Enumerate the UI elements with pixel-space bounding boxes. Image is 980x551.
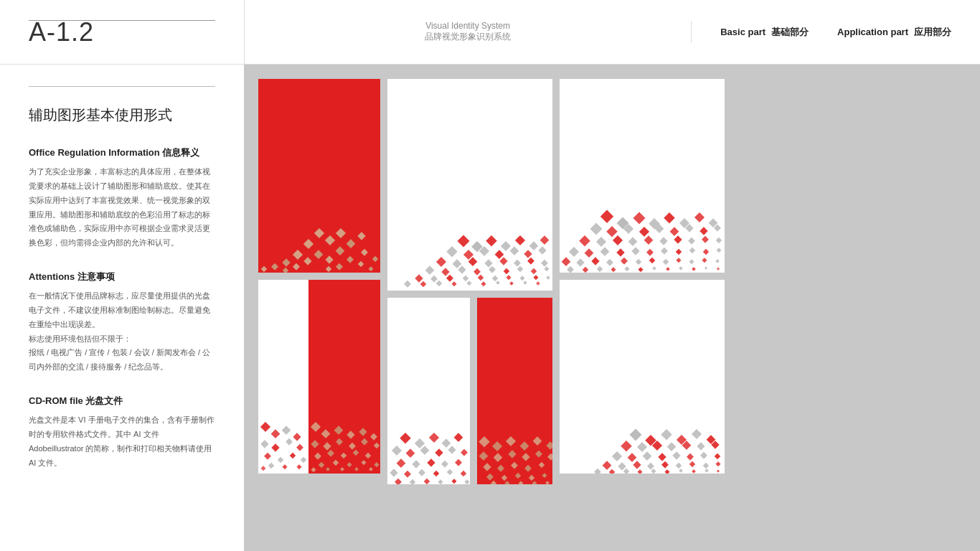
svg-rect-162 bbox=[486, 474, 494, 481]
svg-rect-31 bbox=[264, 453, 271, 460]
svg-rect-187 bbox=[699, 227, 707, 235]
svg-rect-99 bbox=[446, 275, 453, 282]
svg-rect-68 bbox=[486, 235, 497, 247]
svg-rect-194 bbox=[659, 237, 667, 245]
svg-rect-48 bbox=[349, 443, 356, 450]
svg-rect-230 bbox=[679, 266, 683, 270]
svg-rect-250 bbox=[658, 453, 666, 461]
svg-rect-115 bbox=[523, 281, 527, 285]
svg-rect-25 bbox=[282, 425, 291, 435]
block-cdrom-body: 光盘文件是本 VI 手册电子文件的集合，含有手册制作时的专用软件格式文件。其中 … bbox=[29, 413, 215, 470]
left-panel: 辅助图形基本使用形式 Office Regulation Information… bbox=[0, 65, 244, 551]
svg-rect-128 bbox=[397, 458, 406, 468]
svg-rect-196 bbox=[688, 237, 695, 245]
svg-rect-255 bbox=[603, 461, 612, 470]
pattern-red-right bbox=[308, 280, 380, 474]
svg-rect-57 bbox=[333, 460, 339, 466]
svg-rect-260 bbox=[676, 463, 682, 468]
svg-rect-271 bbox=[692, 469, 696, 474]
svg-rect-79 bbox=[538, 246, 546, 254]
card-white-tall bbox=[387, 79, 552, 291]
svg-rect-46 bbox=[323, 442, 331, 450]
svg-rect-34 bbox=[301, 457, 306, 463]
svg-rect-0 bbox=[314, 228, 324, 238]
svg-rect-7 bbox=[325, 255, 333, 263]
pattern-white-tall bbox=[387, 79, 552, 291]
svg-rect-137 bbox=[447, 469, 453, 475]
svg-rect-229 bbox=[666, 267, 670, 271]
app-part-en: Application part bbox=[837, 27, 908, 37]
svg-rect-112 bbox=[481, 281, 486, 286]
svg-rect-123 bbox=[406, 448, 415, 458]
svg-rect-142 bbox=[438, 479, 443, 484]
svg-rect-102 bbox=[492, 276, 498, 281]
basic-part-zh: 基础部分 bbox=[771, 26, 809, 39]
svg-rect-172 bbox=[600, 210, 613, 223]
svg-rect-240 bbox=[621, 441, 632, 452]
svg-rect-22 bbox=[368, 266, 373, 271]
svg-rect-32 bbox=[278, 457, 283, 463]
svg-rect-49 bbox=[361, 438, 368, 446]
svg-rect-153 bbox=[508, 450, 516, 458]
svg-rect-2 bbox=[303, 239, 314, 249]
svg-rect-241 bbox=[637, 442, 647, 452]
svg-rect-121 bbox=[454, 433, 463, 442]
svg-rect-97 bbox=[415, 274, 423, 282]
nav-basic-part[interactable]: Basic part 基础部分 bbox=[720, 26, 809, 39]
svg-rect-181 bbox=[606, 226, 618, 237]
svg-rect-14 bbox=[271, 263, 278, 270]
svg-rect-183 bbox=[639, 227, 649, 237]
svg-rect-209 bbox=[716, 248, 721, 253]
svg-rect-44 bbox=[370, 433, 377, 441]
svg-rect-212 bbox=[591, 257, 599, 265]
svg-rect-111 bbox=[466, 281, 471, 286]
svg-rect-157 bbox=[483, 463, 491, 471]
pattern-red-tall bbox=[258, 79, 380, 273]
block-attentions-body: 在一般情况下使用品牌标志，应尽量使用提供的光盘电子文件，不建议使用标准制图绘制标… bbox=[29, 289, 215, 375]
svg-rect-233 bbox=[717, 268, 720, 270]
svg-rect-245 bbox=[697, 442, 705, 450]
pattern-white-small bbox=[387, 298, 470, 484]
svg-rect-40 bbox=[321, 429, 331, 438]
svg-rect-80 bbox=[436, 257, 446, 267]
svg-rect-215 bbox=[636, 259, 641, 265]
svg-rect-20 bbox=[283, 268, 288, 273]
svg-rect-122 bbox=[392, 446, 402, 456]
svg-rect-227 bbox=[638, 267, 643, 272]
svg-rect-10 bbox=[282, 258, 290, 266]
header-nav: Visual Identity System 品牌视觉形象识别系统 Basic … bbox=[244, 0, 980, 64]
svg-rect-134 bbox=[404, 471, 411, 478]
svg-rect-253 bbox=[700, 452, 707, 459]
svg-rect-150 bbox=[546, 441, 552, 449]
svg-rect-50 bbox=[374, 443, 380, 448]
header: A-1.2 Visual Identity System 品牌视觉形象识别系统 … bbox=[0, 0, 980, 65]
svg-rect-45 bbox=[311, 440, 319, 448]
svg-rect-13 bbox=[361, 249, 368, 256]
svg-rect-146 bbox=[492, 441, 502, 451]
svg-rect-144 bbox=[464, 479, 469, 484]
svg-rect-8 bbox=[347, 239, 356, 248]
svg-rect-256 bbox=[618, 462, 626, 470]
svg-rect-214 bbox=[621, 258, 628, 265]
col1 bbox=[258, 79, 380, 551]
card-red-tall bbox=[258, 79, 380, 273]
svg-rect-118 bbox=[415, 438, 425, 448]
svg-rect-191 bbox=[613, 235, 623, 245]
nav-application-part[interactable]: Application part 应用部分 bbox=[837, 26, 951, 39]
svg-rect-147 bbox=[506, 436, 516, 446]
svg-rect-125 bbox=[435, 448, 443, 456]
svg-rect-11 bbox=[303, 257, 311, 265]
svg-rect-167 bbox=[491, 481, 496, 484]
pattern-white-right-top bbox=[560, 79, 725, 273]
svg-rect-103 bbox=[506, 275, 511, 280]
svg-rect-207 bbox=[689, 248, 695, 253]
svg-rect-203 bbox=[631, 247, 639, 255]
svg-rect-270 bbox=[679, 468, 683, 473]
card-white-right-bottom bbox=[560, 280, 725, 474]
svg-rect-221 bbox=[715, 259, 720, 263]
basic-part-en: Basic part bbox=[720, 27, 765, 37]
svg-rect-216 bbox=[649, 258, 655, 263]
svg-rect-171 bbox=[545, 481, 550, 484]
col3 bbox=[560, 79, 725, 551]
svg-rect-127 bbox=[461, 449, 468, 456]
